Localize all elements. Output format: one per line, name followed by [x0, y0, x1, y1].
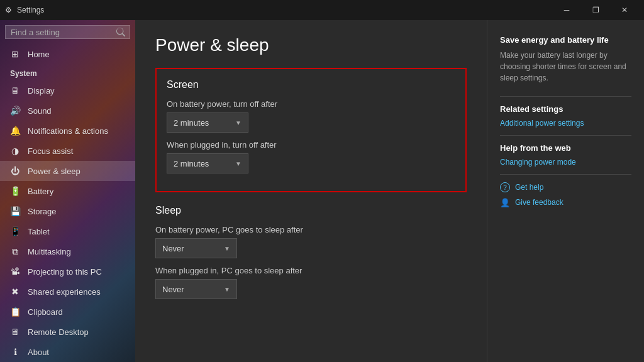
sound-icon: 🔊: [10, 106, 20, 116]
plugged-sleep-arrow: ▼: [224, 286, 230, 293]
plugged-sleep-row: When plugged in, PC goes to sleep after …: [155, 266, 467, 299]
battery-sleep-label: On battery power, PC goes to sleep after: [155, 225, 467, 234]
sidebar-item-notifications[interactable]: 🔔 Notifications & actions: [0, 121, 135, 141]
search-icon: [116, 28, 125, 36]
sidebar: ⊞ Home System 🖥 Display 🔊 Sound 🔔 Notifi…: [0, 20, 135, 362]
app-body: ⊞ Home System 🖥 Display 🔊 Sound 🔔 Notifi…: [0, 20, 644, 362]
plugged-sleep-value: Never: [162, 285, 184, 294]
projecting-icon: 📽: [10, 266, 20, 277]
search-box[interactable]: [5, 25, 130, 39]
save-energy-title: Save energy and battery life: [500, 35, 631, 45]
screen-heading: Screen: [167, 79, 455, 90]
sidebar-item-sound[interactable]: 🔊 Sound: [0, 101, 135, 121]
sidebar-label-shared: Shared experiences: [28, 287, 101, 297]
battery-icon: 🔋: [10, 186, 20, 196]
battery-screen-value: 2 minutes: [174, 118, 209, 128]
give-feedback-link[interactable]: Give feedback: [515, 198, 564, 207]
sidebar-label-remote: Remote Desktop: [28, 327, 89, 337]
page-title: Power & sleep: [155, 35, 467, 55]
battery-sleep-dropdown[interactable]: Never ▼: [155, 238, 237, 258]
power-icon: ⏻: [10, 166, 20, 176]
sidebar-label-clipboard: Clipboard: [28, 307, 63, 317]
plugged-sleep-dropdown[interactable]: Never ▼: [155, 279, 237, 299]
sidebar-item-display[interactable]: 🖥 Display: [0, 80, 135, 101]
system-label: System: [0, 64, 135, 80]
sidebar-label-power: Power & sleep: [28, 167, 80, 176]
minimize-button[interactable]: ─: [552, 0, 581, 20]
sidebar-label-storage: Storage: [28, 207, 57, 216]
give-feedback-icon: 👤: [500, 197, 510, 207]
sidebar-item-tablet[interactable]: 📱 Tablet: [0, 221, 135, 241]
clipboard-icon: 📋: [10, 307, 20, 317]
sidebar-item-power-sleep[interactable]: ⏻ Power & sleep: [0, 161, 135, 181]
notifications-icon: 🔔: [10, 126, 20, 136]
titlebar-title-area: ⚙ Settings: [5, 6, 44, 14]
plugged-screen-dropdown[interactable]: 2 minutes ▼: [167, 153, 248, 173]
titlebar: ⚙ Settings ─ ❐ ✕: [0, 0, 644, 20]
display-icon: 🖥: [10, 85, 20, 96]
save-energy-desc: Make your battery last longer by choosin…: [500, 50, 631, 84]
restore-button[interactable]: ❐: [581, 0, 610, 20]
sidebar-item-storage[interactable]: 💾 Storage: [0, 201, 135, 221]
changing-power-link[interactable]: Changing power mode: [500, 158, 631, 167]
divider-2: [500, 135, 631, 136]
sidebar-content: ⊞ Home System 🖥 Display 🔊 Sound 🔔 Notifi…: [0, 20, 135, 362]
sidebar-item-clipboard[interactable]: 📋 Clipboard: [0, 302, 135, 322]
about-icon: ℹ: [10, 347, 20, 357]
screen-section-highlighted: Screen On battery power, turn off after …: [155, 68, 467, 192]
app-title: Settings: [17, 6, 44, 14]
sidebar-item-multitasking[interactable]: ⧉ Multitasking: [0, 241, 135, 261]
sidebar-label-focus: Focus assist: [28, 146, 73, 156]
remote-icon: 🖥: [10, 327, 20, 337]
battery-sleep-value: Never: [162, 244, 184, 253]
storage-icon: 💾: [10, 206, 20, 216]
help-web-title: Help from the web: [500, 143, 631, 153]
focus-icon: ◑: [10, 146, 20, 156]
sidebar-item-focus-assist[interactable]: ◑ Focus assist: [0, 141, 135, 161]
sidebar-label-notifications: Notifications & actions: [28, 126, 108, 136]
sidebar-item-about[interactable]: ℹ About: [0, 342, 135, 362]
plugged-screen-arrow: ▼: [235, 160, 242, 167]
battery-screen-label: On battery power, turn off after: [167, 99, 455, 109]
divider-1: [500, 96, 631, 97]
additional-power-link[interactable]: Additional power settings: [500, 119, 631, 128]
sidebar-item-remote[interactable]: 🖥 Remote Desktop: [0, 322, 135, 342]
tablet-icon: 📱: [10, 226, 20, 236]
search-input[interactable]: [11, 28, 116, 37]
sidebar-label-about: About: [28, 348, 49, 357]
sidebar-label-home: Home: [28, 50, 50, 59]
main-content: Power & sleep Screen On battery power, t…: [135, 20, 487, 362]
sidebar-label-battery: Battery: [28, 187, 53, 196]
plugged-sleep-label: When plugged in, PC goes to sleep after: [155, 266, 467, 275]
plugged-screen-value: 2 minutes: [174, 159, 209, 168]
plugged-screen-row: When plugged in, turn off after 2 minute…: [167, 140, 455, 173]
sidebar-item-battery[interactable]: 🔋 Battery: [0, 181, 135, 201]
get-help-icon: ?: [500, 182, 510, 192]
close-button[interactable]: ✕: [610, 0, 639, 20]
battery-sleep-row: On battery power, PC goes to sleep after…: [155, 225, 467, 258]
divider-3: [500, 174, 631, 175]
sidebar-item-shared[interactable]: ✖ Shared experiences: [0, 282, 135, 302]
sidebar-label-multitasking: Multitasking: [28, 247, 71, 256]
sidebar-item-projecting[interactable]: 📽 Projecting to this PC: [0, 261, 135, 282]
get-help-item: ? Get help: [500, 182, 631, 192]
app-icon: ⚙: [5, 6, 12, 14]
battery-screen-dropdown[interactable]: 2 minutes ▼: [167, 112, 248, 133]
battery-screen-row: On battery power, turn off after 2 minut…: [167, 99, 455, 133]
sidebar-label-display: Display: [28, 86, 55, 96]
window-controls: ─ ❐ ✕: [552, 0, 639, 20]
give-feedback-item: 👤 Give feedback: [500, 197, 631, 207]
sidebar-label-tablet: Tablet: [28, 227, 50, 236]
shared-icon: ✖: [10, 287, 20, 297]
right-panel: Save energy and battery life Make your b…: [487, 20, 644, 362]
battery-sleep-arrow: ▼: [224, 245, 230, 252]
related-settings-title: Related settings: [500, 104, 631, 114]
get-help-link[interactable]: Get help: [515, 183, 543, 192]
sidebar-label-projecting: Projecting to this PC: [28, 267, 102, 277]
sleep-heading: Sleep: [155, 205, 467, 216]
home-icon: ⊞: [10, 49, 20, 59]
sidebar-item-home[interactable]: ⊞ Home: [0, 44, 135, 64]
plugged-screen-label: When plugged in, turn off after: [167, 140, 455, 150]
sleep-section: Sleep On battery power, PC goes to sleep…: [155, 205, 467, 299]
sidebar-label-sound: Sound: [28, 106, 52, 116]
